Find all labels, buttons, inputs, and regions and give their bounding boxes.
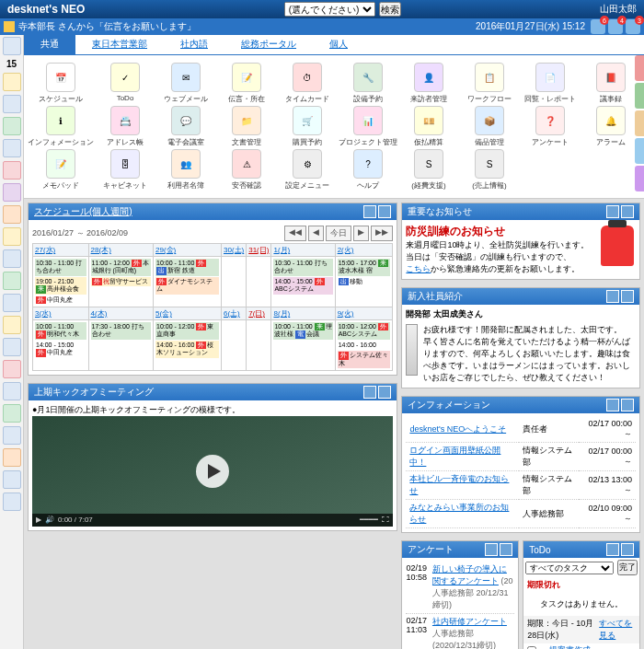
- tab-3[interactable]: 総務ポータル: [224, 35, 313, 54]
- app-ウェブメール[interactable]: ✉ウェブメール: [156, 63, 215, 104]
- app-キャビネット[interactable]: 🗄キャビネット: [96, 149, 155, 191]
- logo: desknet's NEO: [7, 3, 85, 16]
- nav-last[interactable]: ▶▶: [371, 226, 393, 241]
- app-来訪者管理[interactable]: 👤来訪者管理: [399, 63, 458, 104]
- app-(経費支援)[interactable]: S(経費支援): [399, 149, 458, 191]
- app-インフォメーション[interactable]: ℹインフォメーション: [28, 106, 94, 147]
- newbie-panel: 新入社員紹介 開発部 太田成美さん お疲れ様です！開発部に配属されました、太田で…: [401, 287, 640, 388]
- notif-icon-2[interactable]: 4: [608, 19, 623, 34]
- schedule-panel: スケジュール(個人週間) 2016/01/27 ～ 2016/02/09 ◀◀ …: [28, 203, 397, 376]
- sb-7[interactable]: [3, 205, 21, 224]
- top-bar: desknet's NEO (選んでください) 検索 山田太郎: [0, 0, 644, 18]
- sb-10[interactable]: [3, 272, 21, 290]
- sb-18[interactable]: [3, 448, 21, 467]
- sb-17[interactable]: [3, 426, 21, 445]
- app-電子会議室[interactable]: 💬電子会議室: [156, 106, 215, 147]
- sb-4[interactable]: [3, 139, 21, 157]
- sb-1[interactable]: [3, 73, 21, 91]
- app-備品管理[interactable]: 📦備品管理: [460, 106, 519, 147]
- kickoff-panel: 上期キックオフミーティング ●月1日開催の上期キックオフミーティングの模様です。…: [28, 383, 397, 531]
- sidebar: 15: [0, 35, 24, 649]
- app-設定メニュー[interactable]: ⚙設定メニュー: [278, 149, 337, 191]
- sb-3[interactable]: [3, 117, 21, 135]
- app-ToDo[interactable]: ✓ToDo: [96, 63, 155, 104]
- app-アドレス帳[interactable]: 📇アドレス帳: [96, 106, 155, 147]
- sb-19[interactable]: [3, 470, 21, 489]
- app-利用者名簿[interactable]: 👥利用者名簿: [156, 149, 215, 191]
- avatar: [406, 324, 418, 376]
- sb-15[interactable]: [3, 382, 21, 400]
- sched-range: 2016/01/27 ～ 2016/02/09: [32, 227, 128, 239]
- notice-text[interactable]: 寺本部長 さんから「伝言をお願いします」: [18, 20, 196, 33]
- p-min[interactable]: [363, 205, 376, 218]
- sb-8[interactable]: [3, 227, 21, 246]
- sb-13[interactable]: [3, 338, 21, 356]
- notif-icon-3[interactable]: 3: [626, 19, 640, 34]
- search-button[interactable]: 検索: [379, 2, 401, 17]
- nav-prev[interactable]: ◀: [308, 226, 324, 241]
- sb-9[interactable]: [3, 249, 21, 268]
- sb-6[interactable]: [3, 183, 21, 202]
- p-close[interactable]: [378, 205, 391, 218]
- done-btn[interactable]: 完了: [617, 560, 638, 575]
- notice-bar: 寺本部長 さんから「伝言をお願いします」 2016年01月27日(水) 15:1…: [0, 18, 644, 35]
- nav-first[interactable]: ◀◀: [284, 226, 306, 241]
- survey-panel: アンケート 02/19 10:58新しい椅子の導入に関するアンケート (20 人…: [401, 540, 519, 649]
- app-タイムカード[interactable]: ⏱タイムカード: [278, 63, 337, 104]
- sb-14[interactable]: [3, 360, 21, 378]
- video-player[interactable]: ▶🔊0:00 / 7:07━━━━⛶: [32, 416, 393, 527]
- app-文書管理[interactable]: 📁文書管理: [217, 106, 276, 147]
- tab-4[interactable]: 個人: [313, 35, 364, 54]
- notif-icon-1[interactable]: 6: [591, 19, 605, 34]
- app-grid: 📅スケジュール✓ToDo✉ウェブメール📝伝言・所在⏱タイムカード🔧設備予約👤来訪…: [24, 55, 644, 199]
- sb-cal[interactable]: [3, 37, 21, 55]
- sb-5[interactable]: [3, 161, 21, 180]
- todo-filter[interactable]: すべてのタスク: [525, 562, 614, 574]
- todo-panel: ToDo すべてのタスク完了 期限切れ タスクはありません。 期限：今日 - 1…: [523, 540, 640, 649]
- nav-next[interactable]: ▶: [353, 226, 369, 241]
- note-icon: [4, 21, 15, 32]
- tab-2[interactable]: 社内語: [164, 35, 224, 54]
- fire-icon: [601, 226, 634, 266]
- app-プロジェクト管理[interactable]: 📊プロジェクト管理: [339, 106, 397, 147]
- top-select[interactable]: (選んでください): [284, 2, 375, 17]
- sb-16[interactable]: [3, 404, 21, 423]
- app-ヘルプ[interactable]: ?ヘルプ: [339, 149, 397, 191]
- sb-2[interactable]: [3, 95, 21, 113]
- sched-title[interactable]: スケジュール(個人週間): [34, 205, 132, 218]
- important-panel: 重要なお知らせ 防災訓練のお知らせ 来週月曜日10時より、全社防災訓練を行います…: [401, 203, 640, 280]
- user-name[interactable]: 山田太郎: [600, 3, 637, 16]
- sb-12[interactable]: [3, 316, 21, 334]
- app-議事録[interactable]: 📕議事録: [581, 63, 640, 104]
- app-安否確認[interactable]: ⚠安否確認: [217, 149, 276, 191]
- app-アラーム[interactable]: 🔔アラーム: [581, 106, 640, 147]
- tab-0[interactable]: 共通: [24, 35, 75, 54]
- sb-11[interactable]: [3, 294, 21, 312]
- app-メモパッド[interactable]: 📝メモパッド: [28, 149, 94, 191]
- app-購買予約[interactable]: 🛒購買予約: [278, 106, 337, 147]
- app-設備予約[interactable]: 🔧設備予約: [339, 63, 397, 104]
- app-アンケート[interactable]: ❓アンケート: [521, 106, 580, 147]
- sb-20[interactable]: [3, 493, 21, 511]
- app-伝言・所在[interactable]: 📝伝言・所在: [217, 63, 276, 104]
- nav-today[interactable]: 今日: [326, 226, 351, 241]
- tab-1[interactable]: 東日本営業部: [75, 35, 164, 54]
- kickoff-title: 上期キックオフミーティング: [34, 386, 154, 399]
- app-ワークフロー[interactable]: 📋ワークフロー: [460, 63, 519, 104]
- app-スケジュール[interactable]: 📅スケジュール: [28, 63, 94, 104]
- app-仮払精算[interactable]: 💴仮払精算: [399, 106, 458, 147]
- app-(売上情報)[interactable]: S(売上情報): [460, 149, 519, 191]
- play-icon[interactable]: [196, 455, 229, 488]
- right-tabs: [635, 55, 644, 191]
- app-回覧・レポート[interactable]: 📄回覧・レポート: [521, 63, 580, 104]
- info-panel: インフォメーション desknet's NEOへようこそ責任者02/17 00:…: [401, 396, 640, 533]
- notice-date: 2016年01月27日(水) 15:12: [476, 20, 585, 33]
- tabs: 共通 東日本営業部 社内語 総務ポータル 個人: [24, 35, 644, 55]
